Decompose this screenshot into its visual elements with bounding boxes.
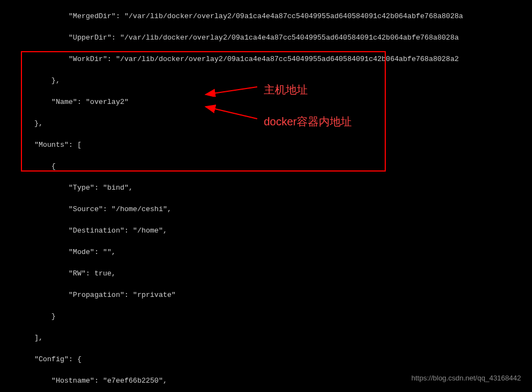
code-line: "Config": { (0, 354, 532, 365)
code-line: "Propagation": "rprivate" (0, 290, 532, 301)
code-line: "UpperDir": "/var/lib/docker/overlay2/09… (0, 32, 532, 43)
code-line: "Type": "bind", (0, 183, 532, 194)
code-line: "WorkDir": "/var/lib/docker/overlay2/09a… (0, 54, 532, 65)
code-line: "Destination": "/home", (0, 225, 532, 236)
annotation-host-address: 主机地址 (264, 81, 308, 98)
code-line: "Name": "overlay2" (0, 97, 532, 108)
code-line: ], (0, 333, 532, 344)
code-line: "RW": true, (0, 268, 532, 279)
code-line: "Mounts": [ (0, 140, 532, 151)
code-line: "MergedDir": "/var/lib/docker/overlay2/0… (0, 11, 532, 22)
terminal-output: "MergedDir": "/var/lib/docker/overlay2/0… (0, 0, 532, 392)
code-line: "Mode": "", (0, 247, 532, 258)
code-line: "Source": "/home/ceshi", (0, 204, 532, 215)
code-line: } (0, 311, 532, 322)
code-line: { (0, 161, 532, 172)
watermark-text: https://blog.csdn.net/qq_43168442 (412, 373, 522, 384)
annotation-docker-internal: docker容器内地址 (264, 113, 352, 130)
